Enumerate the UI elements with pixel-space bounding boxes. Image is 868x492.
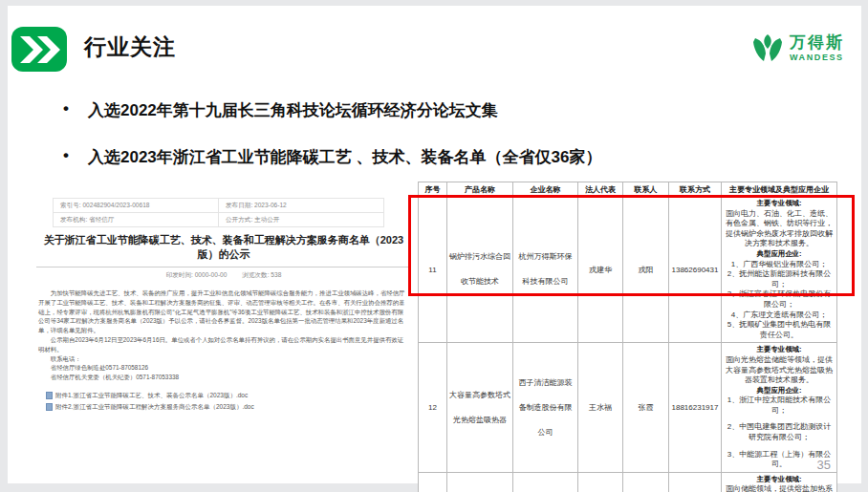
- supplier-table-screenshot: 序号 产品名称 企业名称 法人代表 联系人 联系方式 主要专业领域及典型应用企业…: [418, 182, 838, 492]
- table-row: 11 锅炉排污水综合回收节能技术 杭州万得斯环保科技有限公司 戎建华 戎阳 13…: [419, 197, 837, 343]
- col-header-phone: 联系方式: [669, 182, 722, 197]
- cell-detail: 主要专业领域: 面向电力、石油、化工、造纸、有色金属、钢铁、纺织等行业，提供锅炉…: [722, 197, 837, 343]
- cell-contact: 王希: [623, 472, 669, 492]
- cell-no: 11: [419, 197, 447, 343]
- slide: 行业关注 万得斯 WANDESS 入选2022年第十九届长三角科技论坛循环经济分…: [8, 6, 861, 483]
- view-count: 浏览次数: 538: [242, 271, 281, 278]
- notice-screenshot: 索引号: 002482904/2023-00618 发布日期: 2023-06-…: [27, 191, 422, 439]
- domain-label: 主要专业领域:: [724, 199, 835, 209]
- notice-body: 为加快节能降碳先进工艺、技术、装备的推广应用，提升工业和信息化领域节能降碳综合服…: [38, 289, 409, 382]
- notice-contact-line: 省经信厅绿色制造处0571-87058126: [38, 363, 409, 373]
- company-logo: 万得斯 WANDESS: [751, 32, 844, 63]
- cell-phone: 13908230392: [669, 472, 722, 492]
- notice-paragraph: 公示期自2023年6月12日至2023年6月16日。单位或者个人如对公示名单持有…: [38, 335, 409, 354]
- cell-product: 熔盐储能技术: [447, 472, 513, 492]
- domain-label: 主要专业领域:: [724, 475, 835, 485]
- notice-meta-table: 索引号: 002482904/2023-00618 发布日期: 2023-06-…: [53, 198, 384, 227]
- cell-legal: 金建祥: [578, 472, 623, 492]
- notice-agency: 发布机构: 省经信厅: [54, 213, 219, 227]
- doc-file-icon: [46, 403, 53, 411]
- notice-paragraph: 为加快节能降碳先进工艺、技术、装备的推广应用，提升工业和信息化领域节能降碳综合服…: [38, 289, 409, 335]
- domain-label: 主要专业领域:: [724, 345, 835, 355]
- col-header-product: 产品名称: [447, 182, 513, 197]
- cell-contact: 戎阳: [623, 197, 669, 343]
- app-item: 2、抚州能达新能源科技有限公司；: [724, 269, 835, 289]
- notice-print-info: 印发时间: 0000-00-00 浏览次数: 538: [27, 271, 421, 280]
- attachment-link[interactable]: 附件2.浙江省工业节能降碳工程解决方案服务商公示名单（2023版）.doc: [55, 401, 254, 413]
- apps-label: 典型应用企业:: [724, 249, 835, 260]
- col-header-company: 企业名称: [513, 182, 578, 197]
- notice-date: 发布日期: 2023-06-12: [219, 199, 384, 213]
- app-item: 5、抚顺矿业集团中机热电有限责任公司。: [724, 320, 835, 340]
- bullet-list: 入选2022年第十九届长三角科技论坛循环经济分论坛文集 入选2023年浙江省工业…: [63, 99, 809, 193]
- leaf-logo-icon: [751, 32, 784, 63]
- cell-product: 大容量高参数塔式光热熔盐吸热器: [447, 343, 513, 473]
- cell-legal: 戎建华: [578, 197, 623, 343]
- app-item: 1、广西华银铝业有限公司；: [724, 260, 835, 270]
- screenshot-root: { "header": { "title": "行业关注" }, "logo":…: [0, 0, 868, 492]
- divider: [36, 267, 411, 267]
- app-item: 4、广东理文造纸有限公司；: [724, 310, 835, 321]
- cell-detail: 主要专业领域: 面向光热熔盐储能等领域，提供大容量高参数塔式光热熔盐吸热器装置和…: [722, 343, 837, 473]
- apps-label: 典型应用企业:: [724, 386, 835, 396]
- notice-title: 关于浙江省工业节能降碳工艺、技术、装备和工程解决方案服务商名单（2023版）的公…: [34, 233, 413, 262]
- cell-no: 13: [419, 472, 447, 492]
- col-header-contact: 联系人: [623, 182, 669, 197]
- cell-company: 杭州万得斯环保科技有限公司: [513, 197, 578, 343]
- table-row: 13 熔盐储能技术 浙江可胜技术股份有限公司 金建祥 王希 1390823039…: [419, 472, 837, 492]
- cell-detail: 主要专业领域: 面向储能领域，提供熔盐加热系统、熔盐储热系统、蒸汽发生系统以及电…: [722, 472, 837, 492]
- table-header-row: 序号 产品名称 企业名称 法人代表 联系人 联系方式 主要专业领域及典型应用企业: [419, 182, 837, 197]
- doc-file-icon: [46, 392, 53, 399]
- supplier-table: 序号 产品名称 企业名称 法人代表 联系人 联系方式 主要专业领域及典型应用企业…: [418, 182, 837, 492]
- app-item: 1、浙江中控太阳能技术有限公司；: [724, 396, 835, 416]
- double-chevron-icon: [11, 27, 67, 72]
- cell-company: 浙江可胜技术股份有限公司: [513, 472, 578, 492]
- app-item: 2、中国电建集团西北勘测设计研究院有限公司；: [724, 422, 835, 442]
- col-header-legal: 法人代表: [578, 182, 623, 197]
- cell-phone: 18816231917: [669, 343, 722, 473]
- cell-legal: 王水福: [578, 343, 623, 473]
- col-header-no: 序号: [419, 182, 447, 197]
- logo-en-text: WANDESS: [790, 53, 844, 62]
- app-item: 3、浙江富春江环保热电股份有限公司；: [724, 289, 835, 310]
- cell-no: 12: [419, 343, 447, 473]
- bullet-item: 入选2022年第十九届长三角科技论坛循环经济分论坛文集: [63, 99, 809, 121]
- cell-product: 锅炉排污水综合回收节能技术: [447, 197, 513, 343]
- attachment-list: 附件1.浙江省工业节能降碳工艺、技术、装备公示名单（2023版）.doc 附件2…: [46, 390, 409, 413]
- cell-contact: 张霞: [623, 343, 669, 473]
- cell-company: 西子清洁能源装备制造股份有限公司: [513, 343, 578, 473]
- print-time: 印发时间: 0000-00-00: [166, 271, 228, 278]
- cell-phone: 13862690431: [669, 197, 722, 343]
- notice-mode: 公开方式: 主动公开: [219, 213, 384, 227]
- logo-cn-text: 万得斯: [790, 34, 844, 51]
- col-header-domain: 主要专业领域及典型应用企业: [722, 182, 837, 197]
- domain-text: 面向光热熔盐储能等领域，提供大容量高参数塔式光热熔盐吸热器装置和技术服务。: [724, 355, 835, 386]
- page-title: 行业关注: [84, 32, 176, 62]
- domain-text: 面向储能领域，提供熔盐加热系统、熔盐储热系统、蒸汽发生系统以及电加热器解决方案和…: [724, 484, 835, 492]
- notice-index: 索引号: 002482904/2023-00618: [54, 199, 219, 213]
- notice-contact-line: 省经信厅机关党委（机关纪委）0571-87053338: [38, 373, 409, 382]
- page-number: 35: [817, 458, 831, 472]
- domain-text: 面向电力、石油、化工、造纸、有色金属、钢铁、纺织等行业，提供锅炉余热废水零排放回…: [724, 209, 835, 249]
- notice-paragraph: 联系电话：: [38, 354, 409, 364]
- table-row: 12 大容量高参数塔式光热熔盐吸热器 西子清洁能源装备制造股份有限公司 王水福 …: [419, 343, 837, 473]
- bullet-item: 入选2023年浙江省工业节能降碳工艺 、技术、装备名单（全省仅36家）: [63, 146, 809, 168]
- attachment-link[interactable]: 附件1.浙江省工业节能降碳工艺、技术、装备公示名单（2023版）.doc: [55, 390, 248, 401]
